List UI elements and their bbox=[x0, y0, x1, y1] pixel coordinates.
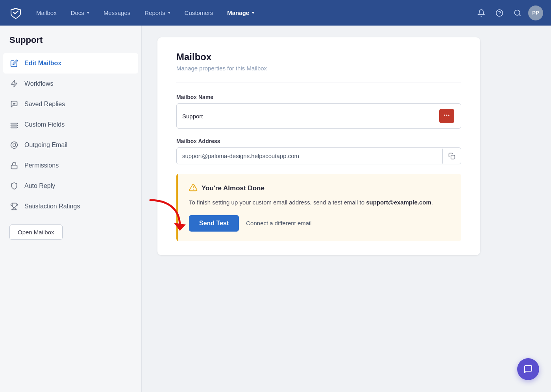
divider bbox=[176, 83, 461, 83]
help-button[interactable] bbox=[492, 6, 507, 20]
svg-point-14 bbox=[448, 115, 449, 116]
sidebar-item-custom-fields[interactable]: Custom Fields bbox=[0, 114, 141, 135]
outgoing-email-icon bbox=[9, 140, 19, 150]
chat-support-button[interactable] bbox=[517, 358, 539, 380]
svg-point-13 bbox=[446, 115, 447, 116]
nav-docs[interactable]: Docs ▾ bbox=[65, 6, 95, 19]
workflows-icon bbox=[9, 79, 19, 88]
user-avatar[interactable]: PP bbox=[528, 6, 543, 20]
mailbox-address-label: Mailbox Address bbox=[176, 138, 461, 144]
arrow-annotation bbox=[142, 196, 190, 233]
card-subtitle: Manage properties for this Mailbox bbox=[176, 65, 461, 72]
nav-reports[interactable]: Reports ▾ bbox=[139, 6, 176, 19]
card-title: Mailbox bbox=[176, 52, 461, 63]
custom-fields-icon bbox=[9, 120, 19, 129]
page-layout: Support Edit Mailbox Workflows bbox=[0, 26, 551, 392]
svg-point-12 bbox=[444, 115, 445, 116]
warning-title: You're Almost Done bbox=[202, 184, 264, 192]
sidebar-item-workflows[interactable]: Workflows bbox=[0, 74, 141, 94]
nav-customers[interactable]: Customers bbox=[179, 6, 219, 19]
auto-reply-icon bbox=[9, 181, 19, 191]
mailbox-name-row bbox=[176, 103, 461, 129]
docs-chevron-icon: ▾ bbox=[87, 10, 89, 15]
sidebar-item-outgoing-email[interactable]: Outgoing Email bbox=[0, 135, 141, 155]
warning-box: You're Almost Done To finish setting up … bbox=[176, 174, 461, 241]
send-test-button[interactable]: Send Test bbox=[189, 215, 239, 232]
nav-messages[interactable]: Messages bbox=[98, 6, 136, 19]
satisfaction-icon bbox=[9, 202, 19, 211]
warning-body: To finish setting up your custom email a… bbox=[189, 198, 450, 207]
sidebar-item-saved-replies[interactable]: Saved Replies bbox=[0, 94, 141, 114]
svg-point-10 bbox=[13, 144, 16, 147]
warning-icon bbox=[189, 183, 198, 193]
svg-point-2 bbox=[515, 10, 520, 15]
open-mailbox-button[interactable]: Open Mailbox bbox=[9, 225, 63, 240]
app-logo[interactable] bbox=[8, 5, 24, 21]
warning-actions: Send Test Connect a different email bbox=[189, 215, 450, 232]
mailbox-name-label: Mailbox Name bbox=[176, 94, 461, 100]
saved-replies-icon bbox=[9, 99, 19, 109]
sidebar-item-permissions[interactable]: Permissions bbox=[0, 155, 141, 176]
svg-marker-4 bbox=[11, 81, 17, 87]
svg-rect-8 bbox=[11, 125, 18, 126]
svg-rect-11 bbox=[11, 165, 17, 169]
mailbox-address-input[interactable] bbox=[177, 148, 442, 164]
sidebar-item-satisfaction-ratings[interactable]: Satisfaction Ratings bbox=[0, 196, 141, 217]
mailbox-address-row bbox=[176, 147, 461, 164]
reports-chevron-icon: ▾ bbox=[168, 10, 170, 15]
notifications-button[interactable] bbox=[474, 6, 489, 20]
svg-rect-7 bbox=[11, 123, 18, 124]
svg-rect-15 bbox=[451, 155, 455, 159]
connect-different-email-link[interactable]: Connect a different email bbox=[246, 220, 312, 226]
copy-address-button[interactable] bbox=[442, 149, 461, 164]
svg-rect-9 bbox=[11, 127, 18, 128]
permissions-icon bbox=[9, 161, 19, 170]
search-button[interactable] bbox=[510, 6, 525, 20]
edit-mailbox-icon bbox=[9, 59, 19, 68]
nav-mailbox[interactable]: Mailbox bbox=[31, 6, 62, 19]
sidebar-title: Support bbox=[0, 35, 141, 53]
warning-header: You're Almost Done bbox=[189, 183, 450, 193]
sidebar: Support Edit Mailbox Workflows bbox=[0, 26, 142, 392]
main-content: Mailbox Manage properties for this Mailb… bbox=[142, 26, 551, 392]
svg-line-3 bbox=[519, 14, 521, 16]
mailbox-name-addon bbox=[433, 104, 461, 128]
mailbox-settings-card: Mailbox Manage properties for this Mailb… bbox=[157, 37, 480, 255]
mailbox-name-input[interactable] bbox=[177, 108, 433, 124]
top-navigation: Mailbox Docs ▾ Messages Reports ▾ Custom… bbox=[0, 0, 551, 26]
mailbox-options-button[interactable] bbox=[439, 109, 454, 123]
nav-manage[interactable]: Manage ▾ bbox=[222, 6, 260, 19]
manage-chevron-icon: ▾ bbox=[252, 10, 254, 15]
top-nav-icons: PP bbox=[474, 6, 543, 20]
sidebar-item-edit-mailbox[interactable]: Edit Mailbox bbox=[3, 53, 138, 74]
sidebar-item-auto-reply[interactable]: Auto Reply bbox=[0, 176, 141, 196]
svg-marker-16 bbox=[174, 223, 186, 231]
